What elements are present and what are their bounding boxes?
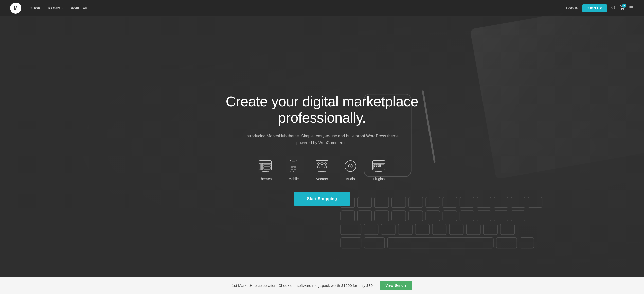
themes-icon	[258, 159, 272, 173]
hero-section: Create your digital marketplace professi…	[0, 0, 644, 294]
svg-rect-40	[449, 224, 463, 235]
svg-rect-19	[477, 197, 491, 208]
nav-pages[interactable]: PAGES ▾	[48, 6, 63, 10]
svg-point-0	[612, 6, 615, 9]
hero-title: Create your digital marketplace professi…	[221, 93, 423, 126]
hero-content: Create your digital marketplace professi…	[221, 93, 423, 206]
svg-point-3	[624, 9, 624, 10]
nav-popular-label: POPULAR	[71, 6, 88, 10]
svg-rect-23	[341, 211, 355, 221]
svg-rect-35	[364, 224, 378, 235]
navbar: M SHOP PAGES ▾ POPULAR LOG IN SIGN UP 0	[0, 0, 644, 16]
plugins-icon: CODE	[372, 159, 386, 173]
svg-rect-66	[294, 167, 296, 169]
svg-rect-28	[426, 211, 440, 221]
hero-subtitle: Introducing MarketHub theme. Simple, eas…	[241, 133, 403, 146]
view-bundle-button[interactable]: View Bundle	[380, 281, 412, 290]
svg-rect-32	[494, 211, 508, 221]
mobile-label: Mobile	[288, 177, 299, 181]
category-audio[interactable]: Audio	[343, 159, 357, 181]
nav-popular[interactable]: POPULAR	[71, 6, 88, 10]
navbar-right: LOG IN SIGN UP 0	[566, 4, 634, 12]
svg-point-85	[350, 166, 351, 167]
svg-line-1	[614, 8, 615, 9]
mobile-icon	[287, 159, 301, 173]
svg-rect-31	[477, 211, 491, 221]
nav-links: SHOP PAGES ▾ POPULAR	[30, 6, 88, 10]
svg-rect-26	[392, 211, 406, 221]
audio-icon	[343, 159, 357, 173]
chevron-down-icon: ▾	[61, 7, 63, 10]
svg-rect-63	[292, 161, 295, 161]
plugins-label: Plugins	[373, 177, 385, 181]
cart-badge-count: 0	[622, 4, 626, 8]
category-vectors[interactable]: Vectors	[315, 159, 329, 181]
signup-button[interactable]: SIGN UP	[582, 4, 607, 12]
vectors-icon	[315, 159, 329, 173]
svg-rect-30	[460, 211, 474, 221]
search-icon[interactable]	[611, 5, 616, 11]
logo[interactable]: M	[10, 3, 21, 14]
svg-rect-65	[291, 167, 293, 169]
svg-point-73	[325, 166, 327, 168]
svg-rect-22	[528, 197, 542, 208]
svg-rect-20	[494, 197, 508, 208]
svg-rect-33	[511, 211, 525, 221]
svg-point-70	[325, 163, 327, 165]
svg-point-62	[293, 171, 294, 172]
svg-point-71	[317, 166, 319, 168]
svg-rect-43	[500, 224, 515, 235]
svg-rect-44	[388, 237, 493, 248]
svg-rect-42	[483, 224, 497, 235]
categories-row: Themes Mobile	[221, 159, 423, 181]
svg-rect-48	[520, 237, 534, 248]
svg-rect-18	[460, 197, 474, 208]
svg-rect-49	[259, 161, 271, 170]
svg-rect-64	[291, 163, 296, 167]
bottom-banner: 1st MarketHub celebration. Check our sof…	[0, 277, 644, 294]
svg-rect-37	[398, 224, 412, 235]
svg-rect-17	[443, 197, 457, 208]
nav-shop-label: SHOP	[30, 6, 40, 10]
audio-label: Audio	[346, 177, 355, 181]
svg-rect-46	[364, 237, 385, 248]
nav-pages-label: PAGES	[48, 6, 60, 10]
navbar-left: M SHOP PAGES ▾ POPULAR	[10, 3, 88, 14]
svg-rect-27	[409, 211, 423, 221]
cart-icon[interactable]: 0	[620, 5, 625, 11]
svg-rect-38	[415, 224, 430, 235]
category-themes[interactable]: Themes	[258, 159, 272, 181]
svg-rect-45	[341, 237, 361, 248]
svg-rect-56	[264, 167, 270, 169]
svg-rect-24	[357, 211, 372, 221]
svg-rect-36	[381, 224, 395, 235]
svg-rect-47	[496, 237, 517, 248]
logo-letter: M	[14, 6, 18, 11]
svg-rect-53	[260, 166, 262, 168]
svg-rect-21	[511, 197, 525, 208]
svg-line-10	[423, 91, 435, 162]
themes-label: Themes	[259, 177, 272, 181]
svg-point-69	[321, 163, 323, 165]
svg-rect-52	[260, 164, 262, 166]
svg-rect-29	[443, 211, 457, 221]
svg-rect-39	[432, 224, 446, 235]
category-plugins[interactable]: CODE Plugins	[372, 159, 386, 181]
login-link[interactable]: LOG IN	[566, 6, 578, 10]
category-mobile[interactable]: Mobile	[287, 159, 301, 181]
svg-rect-34	[341, 224, 361, 235]
svg-point-2	[621, 9, 622, 10]
vectors-label: Vectors	[316, 177, 328, 181]
svg-point-72	[321, 166, 323, 168]
menu-icon[interactable]	[629, 5, 634, 11]
svg-rect-54	[260, 168, 262, 170]
start-shopping-button[interactable]: Start Shopping	[294, 192, 350, 206]
svg-rect-25	[375, 211, 389, 221]
svg-point-68	[317, 163, 319, 165]
banner-message: 1st MarketHub celebration. Check our sof…	[232, 283, 374, 288]
nav-shop[interactable]: SHOP	[30, 6, 40, 10]
svg-rect-16	[426, 197, 440, 208]
svg-rect-55	[264, 164, 270, 166]
svg-rect-41	[466, 224, 480, 235]
svg-text:CODE: CODE	[374, 164, 381, 167]
